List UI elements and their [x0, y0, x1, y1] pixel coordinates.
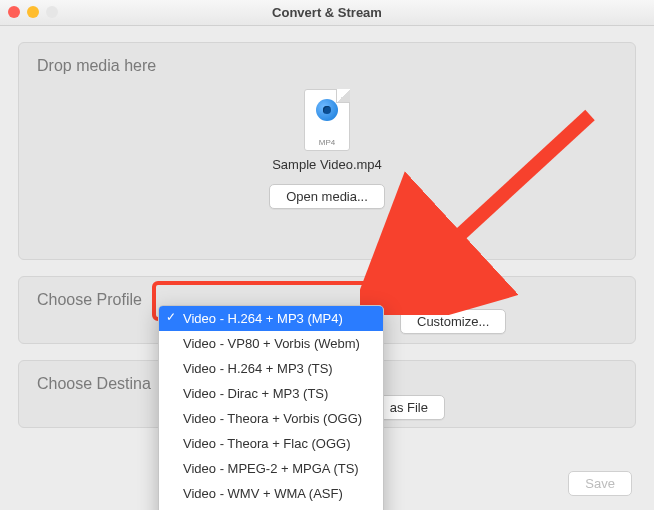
profile-option[interactable]: Video - Dirac + MP3 (TS)	[159, 381, 383, 406]
titlebar: Convert & Stream	[0, 0, 654, 26]
file-name: Sample Video.mp4	[37, 157, 617, 172]
dropzone[interactable]: MP4 Sample Video.mp4 Open media...	[37, 83, 617, 209]
profile-dropdown[interactable]: Video - H.264 + MP3 (MP4)Video - VP80 + …	[158, 305, 384, 510]
profile-option[interactable]: Video - H.264 + MP3 (MP4)	[159, 306, 383, 331]
save-button[interactable]: Save	[568, 471, 632, 496]
file-ext-label: MP4	[305, 138, 349, 147]
panel-drop-media[interactable]: Drop media here MP4 Sample Video.mp4 Ope…	[18, 42, 636, 260]
profile-option[interactable]: Video - WMV + WMA (ASF)	[159, 481, 383, 506]
profile-option[interactable]: Video - H.264 + MP3 (TS)	[159, 356, 383, 381]
drop-title: Drop media here	[37, 57, 617, 75]
profile-option[interactable]: Video - Theora + Flac (OGG)	[159, 431, 383, 456]
customize-button[interactable]: Customize...	[400, 309, 506, 334]
profile-option[interactable]: Video - MPEG-2 + MPGA (TS)	[159, 456, 383, 481]
window-title: Convert & Stream	[0, 0, 654, 26]
profile-option[interactable]: Video - VP80 + Vorbis (Webm)	[159, 331, 383, 356]
profile-option[interactable]: Video - Theora + Vorbis (OGG)	[159, 406, 383, 431]
open-media-button[interactable]: Open media...	[269, 184, 385, 209]
file-icon: MP4	[304, 89, 350, 151]
profile-option[interactable]: Video - DIV3 + MP3 (ASF)	[159, 506, 383, 510]
quicktime-icon	[316, 99, 338, 121]
